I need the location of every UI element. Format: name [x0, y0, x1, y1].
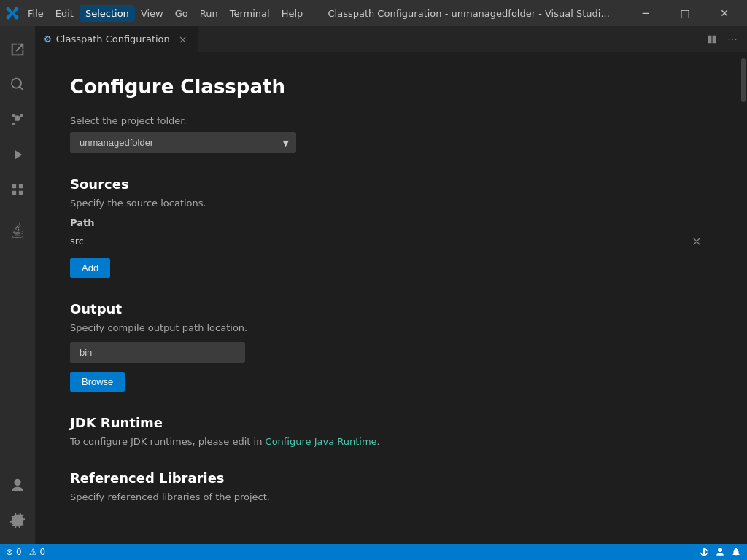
menu-run[interactable]: Run — [194, 5, 224, 22]
editor-area: ⚙ Classpath Configuration × ··· Configur… — [35, 26, 747, 544]
referenced-libraries-section: Referenced Libraries Specify referenced … — [70, 470, 705, 502]
jdk-text-prefix: To configure JDK runtimes, please edit i… — [70, 436, 266, 447]
referenced-libraries-title: Referenced Libraries — [70, 470, 705, 486]
tab-bar: ⚙ Classpath Configuration × ··· — [35, 26, 747, 52]
tab-close-button[interactable]: × — [177, 32, 189, 47]
page-title: Configure Classpath — [70, 76, 705, 98]
title-bar: File Edit Selection View Go Run Terminal… — [0, 0, 747, 26]
sources-title: Sources — [70, 176, 705, 192]
activity-settings[interactable] — [0, 503, 35, 538]
window-title: Classpath Configuration - unmanagedfolde… — [309, 8, 629, 19]
path-row: src — [70, 233, 705, 249]
referenced-libraries-description: Specify referenced libraries of the proj… — [70, 491, 705, 502]
menu-terminal[interactable]: Terminal — [224, 5, 276, 22]
vscode-logo — [6, 7, 19, 20]
content-area: Configure Classpath Select the project f… — [35, 52, 740, 544]
jdk-text-suffix: . — [377, 436, 380, 447]
output-description: Specify compile output path location. — [70, 322, 705, 333]
more-actions-button[interactable]: ··· — [724, 31, 741, 48]
menu-selection[interactable]: Selection — [80, 5, 135, 22]
error-status[interactable]: ⊗ 0 ⚠ 0 — [6, 547, 45, 557]
warning-icon: ⚠ — [29, 547, 37, 557]
menu-help[interactable]: Help — [276, 5, 309, 22]
project-dropdown-wrapper: unmanagedfolder ▼ — [70, 132, 296, 153]
menu-go[interactable]: Go — [169, 5, 194, 22]
jdk-runtime-title: JDK Runtime — [70, 415, 705, 430]
main-container: ⚙ Classpath Configuration × ··· Configur… — [0, 26, 747, 544]
split-editor-button[interactable] — [703, 31, 721, 48]
menu-file[interactable]: File — [22, 5, 50, 22]
tab-actions: ··· — [697, 26, 747, 52]
sources-section: Sources Specify the source locations. Pa… — [70, 176, 705, 278]
status-bell[interactable] — [731, 547, 741, 557]
status-bar: ⊗ 0 ⚠ 0 — [0, 544, 747, 560]
tab-icon: ⚙ — [44, 34, 52, 44]
path-column-header: Path — [70, 217, 705, 228]
warning-count: 0 — [39, 547, 45, 557]
activity-explorer[interactable] — [0, 32, 35, 67]
activity-source-control[interactable] — [0, 102, 35, 137]
tab-classpath-config[interactable]: ⚙ Classpath Configuration × — [35, 26, 198, 52]
output-path-input[interactable] — [70, 342, 245, 363]
status-user[interactable] — [715, 547, 725, 557]
menu-edit[interactable]: Edit — [50, 5, 80, 22]
tab-label: Classpath Configuration — [56, 34, 170, 44]
activity-extensions[interactable] — [0, 172, 35, 207]
output-section: Output Specify compile output path locat… — [70, 301, 705, 392]
editor-with-scrollbar: Configure Classpath Select the project f… — [35, 52, 747, 544]
activity-bar — [0, 26, 35, 544]
error-count: 0 — [16, 547, 22, 557]
activity-run-debug[interactable] — [0, 137, 35, 172]
output-title: Output — [70, 301, 705, 316]
sources-description: Specify the source locations. — [70, 198, 705, 209]
error-icon: ⊗ — [6, 547, 13, 557]
scrollbar-thumb[interactable] — [741, 58, 746, 102]
close-button[interactable]: ✕ — [708, 2, 741, 24]
activity-accounts[interactable] — [0, 468, 35, 503]
status-right — [699, 547, 741, 557]
svg-point-1 — [12, 122, 15, 125]
project-folder-section: Select the project folder. unmanagedfold… — [70, 115, 705, 153]
activity-java[interactable] — [0, 213, 35, 248]
configure-java-runtime-link[interactable]: Configure Java Runtime — [266, 436, 377, 447]
browse-button[interactable]: Browse — [70, 372, 125, 392]
maximize-button[interactable]: □ — [668, 2, 702, 24]
jdk-runtime-section: JDK Runtime To configure JDK runtimes, p… — [70, 415, 705, 447]
add-source-button[interactable]: Add — [70, 258, 110, 278]
svg-point-2 — [20, 114, 23, 117]
svg-point-0 — [12, 114, 15, 117]
path-delete-button[interactable] — [689, 233, 705, 249]
path-value: src — [70, 233, 683, 249]
minimize-button[interactable]: ─ — [629, 2, 662, 24]
menu-view[interactable]: View — [135, 5, 169, 22]
status-sync[interactable] — [699, 547, 709, 557]
window-controls: ─ □ ✕ — [629, 2, 741, 24]
jdk-runtime-description: To configure JDK runtimes, please edit i… — [70, 436, 705, 447]
project-dropdown[interactable]: unmanagedfolder — [70, 132, 296, 153]
activity-search[interactable] — [0, 67, 35, 102]
scrollbar-track[interactable] — [740, 52, 747, 544]
menu-bar: File Edit Selection View Go Run Terminal… — [22, 5, 309, 22]
project-folder-label: Select the project folder. — [70, 115, 705, 126]
